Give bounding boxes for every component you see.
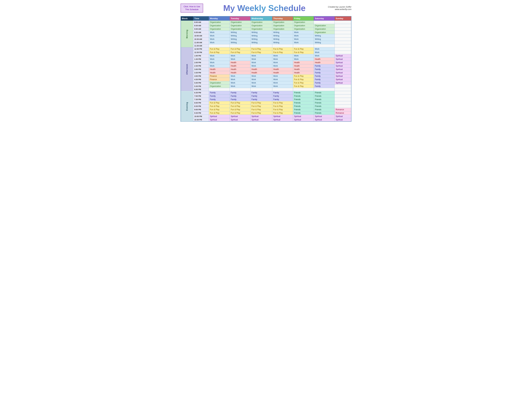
time-cell: 4:00 PM (193, 75, 209, 78)
table-row: 9:30 PMFun & PlayFun & PlayFun & PlayFun… (181, 111, 351, 115)
day-cell-thu: Writing (272, 41, 293, 44)
block-cell-afternoon: Afternoon (181, 47, 193, 91)
day-cell-sun (335, 88, 351, 91)
day-cell-sat: Friends (314, 91, 335, 94)
day-cell-thu: Fun & Play (272, 108, 293, 111)
table-row: 9:30 AMWorkWritingWritingWritingWorkOrga… (181, 31, 351, 34)
day-cell-wed: Fun & Play (250, 108, 272, 111)
day-cell-sun (335, 47, 351, 51)
day-cell-sun: Spiritual (335, 61, 351, 64)
day-cell-thu: Work (272, 85, 293, 88)
day-cell-fri: Health (293, 71, 314, 75)
day-cell-sat: Writing (314, 41, 335, 44)
day-cell-thu: Work (272, 64, 293, 68)
day-cell-sun: Spiritual (335, 115, 351, 118)
day-cell-thu: Writing (272, 34, 293, 37)
time-cell: 11:00 AM (193, 41, 209, 44)
day-cell-thu: Work (272, 78, 293, 81)
col-header-time: Time (193, 16, 209, 21)
day-cell-tue: Health (230, 64, 250, 68)
day-cell-thu: Family (272, 91, 293, 94)
day-cell-wed: Fun & Play (250, 111, 272, 115)
day-cell-sun: Spiritual (335, 78, 351, 81)
day-cell-mon: Spiritual (209, 118, 230, 122)
table-row: 8:30 AMOrganizationOrganizationOrganizat… (181, 24, 351, 28)
day-cell-wed: Writing (250, 37, 272, 41)
day-cell-tue: Work (230, 78, 250, 81)
time-cell: 9:00 AM (193, 28, 209, 31)
day-cell-sat: Work (314, 47, 335, 51)
day-cell-wed: Work (250, 61, 272, 64)
day-cell-tue: Family (230, 94, 250, 98)
day-cell-tue: Writing (230, 37, 250, 41)
day-cell-sat: Family (314, 68, 335, 71)
day-cell-sun (335, 34, 351, 37)
day-cell-thu: Health (272, 68, 293, 71)
day-cell-mon: Work (209, 54, 230, 57)
time-cell: 10:30 AM (193, 37, 209, 41)
day-cell-fri: Fun & Play (293, 47, 314, 51)
day-cell-sat (314, 21, 335, 24)
table-row: 6:00 PM (181, 88, 351, 91)
day-cell-sun (335, 24, 351, 28)
day-cell-fri: Work (293, 41, 314, 44)
day-cell-sun (335, 94, 351, 98)
day-cell-sat (314, 44, 335, 47)
day-cell-mon: Fun & Play (209, 47, 230, 51)
day-cell-mon (209, 44, 230, 47)
day-cell-fri: Fun & Play (293, 81, 314, 85)
day-cell-fri: Health (293, 68, 314, 71)
day-cell-wed: Work (250, 54, 272, 57)
day-cell-tue: Health (230, 68, 250, 71)
table-row: 3:00 PMHealthHealthHealthHealthHealthFam… (181, 68, 351, 71)
day-cell-sat: Organization (314, 28, 335, 31)
day-cell-fri: Friends (293, 98, 314, 101)
day-cell-tue: Health (230, 71, 250, 75)
col-header-block: Block (181, 16, 193, 21)
block-cell-morning: Morning (181, 21, 193, 47)
day-cell-tue (230, 88, 250, 91)
day-cell-mon: Work (209, 31, 230, 34)
day-cell-mon: Organization (209, 28, 230, 31)
day-cell-wed: Spiritual (250, 115, 272, 118)
day-cell-mon: Family (209, 94, 230, 98)
day-cell-wed: Family (250, 91, 272, 94)
day-cell-wed: Work (250, 78, 272, 81)
time-cell: 6:00 PM (193, 88, 209, 91)
day-cell-sat: Family (314, 75, 335, 78)
table-row: Afternoon12:00 PMFun & PlayFun & PlayFun… (181, 47, 351, 51)
day-cell-thu: Work (272, 81, 293, 85)
time-cell: 4:30 PM (193, 78, 209, 81)
day-cell-wed: Writing (250, 31, 272, 34)
table-row: 8:30 PMFun & PlayFun & PlayFun & PlayFun… (181, 105, 351, 108)
day-cell-sun (335, 101, 351, 105)
day-cell-mon: Fun & Play (209, 105, 230, 108)
col-header-friday: Friday (293, 16, 314, 21)
day-cell-fri: Friends (293, 91, 314, 94)
day-cell-tue (230, 44, 250, 47)
day-cell-thu (272, 44, 293, 47)
day-cell-fri: Work (293, 54, 314, 57)
day-cell-wed: Fun & Play (250, 47, 272, 51)
day-cell-fri: Health (293, 64, 314, 68)
day-cell-tue: Organization (230, 21, 250, 24)
day-cell-wed: Family (250, 94, 272, 98)
day-cell-fri: Health (293, 61, 314, 64)
day-cell-mon (209, 88, 230, 91)
day-cell-wed: Work (250, 64, 272, 68)
day-cell-sun: Romance (335, 108, 351, 111)
day-cell-sat (314, 88, 335, 91)
day-cell-thu: Fun & Play (272, 51, 293, 54)
day-cell-wed: Work (250, 85, 272, 88)
day-cell-fri: Spiritual (293, 118, 314, 122)
day-cell-sat: Friends (314, 94, 335, 98)
day-cell-sat: Family (314, 64, 335, 68)
how-to-use-button[interactable]: Click: How to Use This Schedule (180, 4, 203, 13)
day-cell-sun (335, 37, 351, 41)
day-cell-sun: Spiritual (335, 118, 351, 122)
day-cell-tue: Organization (230, 24, 250, 28)
table-row: 2:00 PMWorkHealthWorkWorkHealthHealthSpi… (181, 61, 351, 64)
day-cell-sat: Family (314, 81, 335, 85)
day-cell-tue: Writing (230, 41, 250, 44)
table-row: 7:30 PMFamilyFamilyFamilyFamilyFriendsFr… (181, 98, 351, 101)
